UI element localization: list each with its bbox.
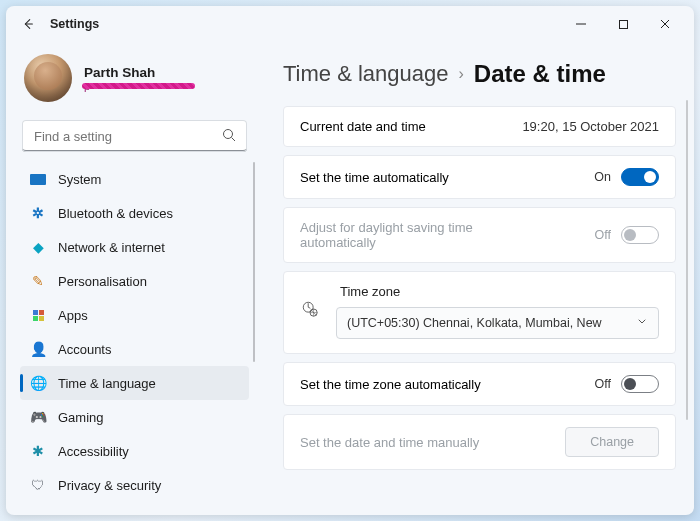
sidebar-item-personalisation[interactable]: ✎Personalisation (20, 264, 249, 298)
timezone-label: Time zone (336, 284, 659, 299)
sidebar-item-privacy[interactable]: 🛡Privacy & security (20, 468, 249, 502)
gaming-icon: 🎮 (30, 409, 46, 425)
svg-line-3 (232, 138, 236, 142)
sidebar-item-accessibility[interactable]: ✱Accessibility (20, 434, 249, 468)
auto-time-toggle[interactable] (621, 168, 659, 186)
profile-email: p (84, 80, 155, 92)
search-input[interactable] (22, 120, 247, 152)
auto-time-card: Set the time automatically On (283, 155, 676, 199)
profile-name: Parth Shah (84, 65, 155, 80)
sidebar-item-label: System (58, 172, 101, 187)
dst-card: Adjust for daylight saving time automati… (283, 207, 676, 263)
window-title: Settings (50, 17, 99, 31)
breadcrumb: Time & language › Date & time (283, 60, 676, 88)
current-datetime-label: Current date and time (300, 119, 426, 134)
network-icon: ◆ (30, 239, 46, 255)
dst-state: Off (595, 228, 611, 242)
system-icon (30, 171, 46, 187)
sidebar-item-time[interactable]: 🌐Time & language (20, 366, 249, 400)
privacy-icon: 🛡 (30, 477, 46, 493)
sidebar-item-bluetooth[interactable]: ✲Bluetooth & devices (20, 196, 249, 230)
avatar (24, 54, 72, 102)
sidebar-item-network[interactable]: ◆Network & internet (20, 230, 249, 264)
auto-tz-toggle[interactable] (621, 375, 659, 393)
sidebar-item-accounts[interactable]: 👤Accounts (20, 332, 249, 366)
svg-point-2 (224, 130, 233, 139)
globe-clock-icon (301, 300, 319, 322)
chevron-down-icon (636, 316, 648, 331)
sidebar-item-label: Apps (58, 308, 88, 323)
sidebar-item-apps[interactable]: Apps (20, 298, 249, 332)
current-datetime-card: Current date and time 19:20, 15 October … (283, 106, 676, 147)
auto-time-state: On (594, 170, 611, 184)
accessibility-icon: ✱ (30, 443, 46, 459)
apps-icon (30, 307, 46, 323)
auto-tz-label: Set the time zone automatically (300, 377, 481, 392)
current-datetime-value: 19:20, 15 October 2021 (522, 119, 659, 134)
time-icon: 🌐 (30, 375, 46, 391)
sidebar-item-label: Network & internet (58, 240, 165, 255)
sidebar-item-label: Privacy & security (58, 478, 161, 493)
sidebar-item-label: Bluetooth & devices (58, 206, 173, 221)
minimize-button[interactable] (560, 9, 602, 39)
main-scrollbar[interactable] (686, 100, 688, 420)
search-container (22, 120, 247, 152)
close-button[interactable] (644, 9, 686, 39)
sidebar-item-system[interactable]: System (20, 162, 249, 196)
breadcrumb-parent[interactable]: Time & language (283, 61, 449, 87)
sidebar-item-label: Accounts (58, 342, 111, 357)
timezone-selected: (UTC+05:30) Chennai, Kolkata, Mumbai, Ne… (347, 316, 602, 330)
nav-list: System✲Bluetooth & devices◆Network & int… (20, 162, 255, 515)
search-icon (221, 127, 237, 147)
auto-time-label: Set the time automatically (300, 170, 449, 185)
page-title: Date & time (474, 60, 606, 88)
bluetooth-icon: ✲ (30, 205, 46, 221)
sidebar-scrollbar[interactable] (253, 162, 255, 362)
timezone-card: Time zone (UTC+05:30) Chennai, Kolkata, … (283, 271, 676, 354)
chevron-right-icon: › (459, 65, 464, 83)
dst-toggle (621, 226, 659, 244)
maximize-button[interactable] (602, 9, 644, 39)
manual-datetime-label: Set the date and time manually (300, 435, 479, 450)
back-button[interactable] (14, 10, 42, 38)
personalisation-icon: ✎ (30, 273, 46, 289)
dst-label: Adjust for daylight saving time automati… (300, 220, 530, 250)
timezone-select[interactable]: (UTC+05:30) Chennai, Kolkata, Mumbai, Ne… (336, 307, 659, 339)
sidebar-item-label: Personalisation (58, 274, 147, 289)
sidebar-item-label: Time & language (58, 376, 156, 391)
sidebar-item-gaming[interactable]: 🎮Gaming (20, 400, 249, 434)
manual-datetime-card: Set the date and time manually Change (283, 414, 676, 470)
accounts-icon: 👤 (30, 341, 46, 357)
change-button: Change (565, 427, 659, 457)
sidebar-item-label: Accessibility (58, 444, 129, 459)
auto-tz-state: Off (595, 377, 611, 391)
profile-block[interactable]: Parth Shah p (20, 48, 257, 114)
auto-tz-card: Set the time zone automatically Off (283, 362, 676, 406)
sidebar-item-label: Gaming (58, 410, 104, 425)
svg-rect-1 (619, 20, 627, 28)
